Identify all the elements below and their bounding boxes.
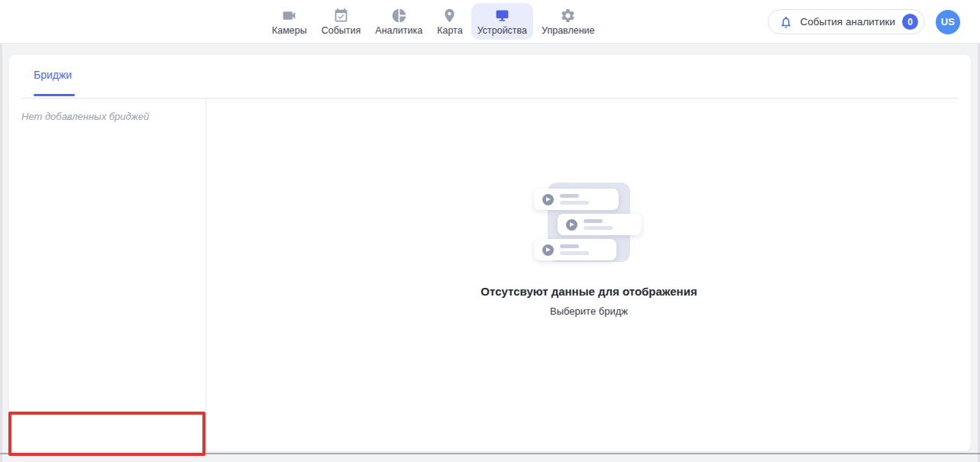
top-bar: Камеры События Аналитика Карта Устройств	[0, 0, 980, 44]
nav-item-label: Аналитика	[375, 25, 422, 36]
monitor-icon	[493, 7, 510, 24]
nav-item-devices[interactable]: Устройства	[471, 3, 533, 40]
illustration-card	[534, 239, 616, 260]
analytics-events-button[interactable]: События аналитики 0	[768, 9, 925, 34]
main-navigation: Камеры События Аналитика Карта Устройств	[266, 0, 601, 43]
calendar-check-icon	[333, 7, 350, 24]
illustration-card	[558, 214, 642, 235]
top-bar-right-controls: События аналитики 0 US	[768, 9, 960, 34]
nav-item-label: События	[322, 25, 361, 36]
sidebar-empty-text: Нет добавленных бриджей	[21, 111, 149, 122]
user-avatar[interactable]: US	[936, 10, 960, 34]
bridges-sidebar: Нет добавленных бриджей + Добавить бридж	[9, 99, 206, 451]
analytics-events-label: События аналитики	[800, 16, 895, 27]
content-panel: Бриджи Нет добавленных бриджей + Добавит…	[9, 55, 971, 451]
bell-icon	[779, 15, 793, 29]
play-icon	[542, 194, 554, 205]
empty-state-title: Отсутсвуют данные для отображения	[480, 285, 697, 298]
active-tab-indicator	[34, 94, 75, 96]
play-icon	[542, 244, 554, 256]
empty-state-illustration	[534, 183, 645, 262]
play-icon	[566, 219, 577, 231]
map-pin-icon	[441, 7, 458, 24]
pie-chart-icon	[390, 7, 407, 24]
nav-item-management[interactable]: Управление	[535, 3, 601, 40]
nav-item-label: Устройства	[477, 25, 527, 36]
nav-item-events[interactable]: События	[315, 3, 367, 40]
nav-item-label: Карта	[437, 25, 462, 36]
bridge-details-area: Отсутсвуют данные для отображения Выбери…	[207, 99, 971, 451]
nav-item-analytics[interactable]: Аналитика	[369, 3, 429, 40]
window-bottom-edge	[0, 453, 980, 454]
nav-item-label: Камеры	[272, 25, 307, 36]
nav-item-map[interactable]: Карта	[431, 3, 468, 40]
nav-item-label: Управление	[542, 25, 595, 36]
window-edge-left	[0, 0, 2, 462]
tab-bridges[interactable]: Бриджи	[34, 69, 72, 81]
empty-state-subtitle: Выберите бридж	[550, 305, 628, 317]
illustration-card	[534, 189, 619, 210]
videocam-icon	[281, 7, 298, 24]
nav-item-cameras[interactable]: Камеры	[266, 3, 313, 40]
events-count-badge: 0	[902, 14, 918, 30]
gear-icon	[560, 7, 577, 24]
